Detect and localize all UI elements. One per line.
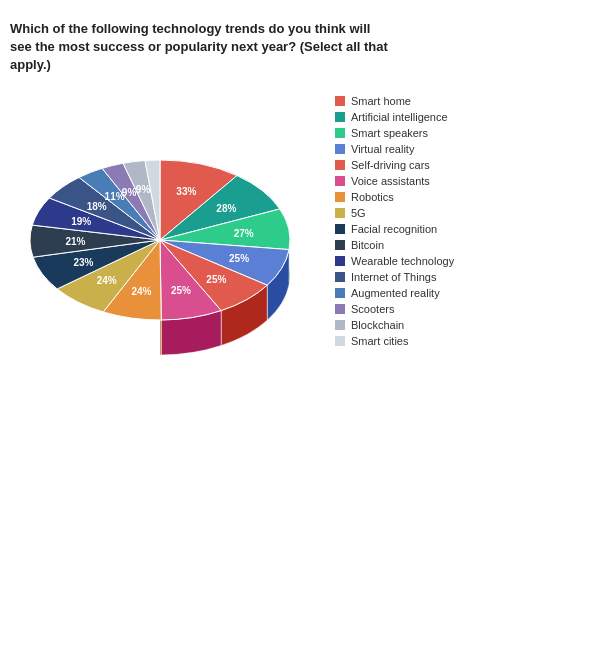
legend-color-box [335,128,345,138]
svg-text:18%: 18% [87,200,107,211]
svg-text:24%: 24% [131,285,151,296]
legend-label-text: Facial recognition [351,223,437,235]
legend-item: Robotics [335,191,454,203]
legend-item: 5G [335,207,454,219]
svg-text:27%: 27% [234,227,254,238]
legend-item: Wearable technology [335,255,454,267]
legend-color-box [335,144,345,154]
legend-item: Self-driving cars [335,159,454,171]
legend-color-box [335,320,345,330]
legend-item: Augmented reality [335,287,454,299]
legend-label-text: 5G [351,207,366,219]
legend-label-text: Bitcoin [351,239,384,251]
legend-label-text: Internet of Things [351,271,436,283]
svg-text:24%: 24% [97,275,117,286]
legend-item: Smart speakers [335,127,454,139]
legend-item: Blockchain [335,319,454,331]
legend-color-box [335,224,345,234]
main-container: Which of the following technology trends… [0,0,600,420]
legend-color-box [335,336,345,346]
legend-color-box [335,176,345,186]
legend-color-box [335,272,345,282]
legend-label-text: Scooters [351,303,394,315]
survey-question: Which of the following technology trends… [10,20,390,75]
legend-item: Virtual reality [335,143,454,155]
legend-label-text: Wearable technology [351,255,454,267]
svg-text:25%: 25% [206,273,226,284]
pie-chart: 33%28%27%25%25%25%24%24%23%21%19%18%11%9… [10,90,320,410]
svg-text:21%: 21% [66,235,86,246]
legend-color-box [335,192,345,202]
svg-text:23%: 23% [73,257,93,268]
legend-item: Voice assistants [335,175,454,187]
legend-label-text: Smart speakers [351,127,428,139]
svg-text:25%: 25% [229,253,249,264]
svg-text:25%: 25% [171,285,191,296]
legend-item: Facial recognition [335,223,454,235]
legend-label-text: Robotics [351,191,394,203]
legend-color-box [335,256,345,266]
svg-text:9%: 9% [136,184,151,195]
svg-text:33%: 33% [176,185,196,196]
legend-item: Smart cities [335,335,454,347]
legend-label-text: Virtual reality [351,143,414,155]
legend-item: Smart home [335,95,454,107]
legend-label-text: Voice assistants [351,175,430,187]
legend-color-box [335,112,345,122]
legend-label-text: Augmented reality [351,287,440,299]
legend-color-box [335,208,345,218]
legend-item: Bitcoin [335,239,454,251]
legend: Smart homeArtificial intelligenceSmart s… [335,90,454,347]
legend-item: Artificial intelligence [335,111,454,123]
legend-color-box [335,240,345,250]
legend-color-box [335,160,345,170]
legend-color-box [335,288,345,298]
svg-text:9%: 9% [122,186,137,197]
chart-area: 33%28%27%25%25%25%24%24%23%21%19%18%11%9… [10,90,590,410]
legend-label-text: Artificial intelligence [351,111,448,123]
legend-label-text: Self-driving cars [351,159,430,171]
legend-item: Scooters [335,303,454,315]
legend-label-text: Blockchain [351,319,404,331]
svg-text:28%: 28% [216,202,236,213]
legend-label-text: Smart cities [351,335,408,347]
legend-item: Internet of Things [335,271,454,283]
legend-label-text: Smart home [351,95,411,107]
svg-text:19%: 19% [71,216,91,227]
legend-color-box [335,304,345,314]
pie-container: 33%28%27%25%25%25%24%24%23%21%19%18%11%9… [10,90,320,410]
legend-color-box [335,96,345,106]
